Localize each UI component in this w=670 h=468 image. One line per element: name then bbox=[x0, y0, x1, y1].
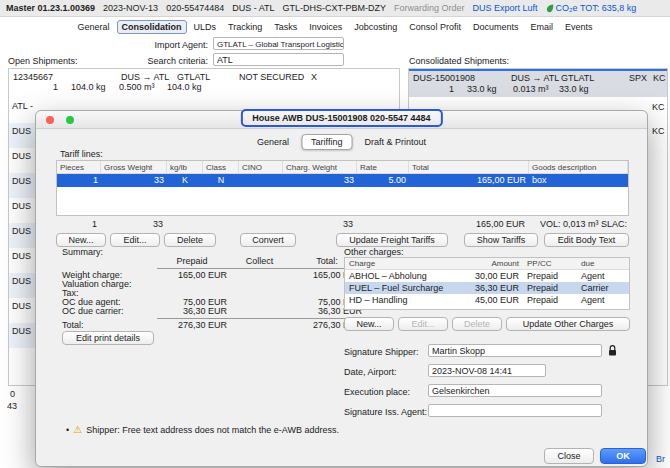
list-item[interactable]: DUS bbox=[9, 273, 35, 298]
consol-agent: GTLATL bbox=[561, 73, 594, 83]
charge-name: FUEL – Fuel Surcharge bbox=[345, 282, 463, 294]
charge-name: ABHOL – Abholung bbox=[345, 270, 463, 282]
charge-amount: 45,00 EUR bbox=[463, 294, 523, 306]
edit-print-details-button[interactable]: Edit print details bbox=[62, 331, 154, 345]
shipment-id: 12345667 bbox=[13, 72, 53, 82]
tab-documents[interactable]: Documents bbox=[468, 20, 524, 34]
shipment-volume: 0.500 m³ bbox=[119, 82, 155, 92]
list-item[interactable]: ATL - bbox=[9, 98, 35, 123]
shipment-route: DUS → ATL bbox=[121, 72, 169, 82]
master-awb-number: 020-55474484 bbox=[166, 3, 224, 13]
co2-total-label: CO₂e TOT: 635,8 kg bbox=[556, 3, 637, 13]
summary-total-row: Total: 276,30 EUR 276,30 EUR bbox=[62, 321, 362, 330]
dialog-tab-draft-printout[interactable]: Draft & Printout bbox=[354, 134, 436, 150]
summary-row: OC due carrier: 36,30 EUR 36,30 EUR bbox=[62, 307, 362, 316]
dialog-tab-general[interactable]: General bbox=[247, 134, 299, 150]
tab-consolidation[interactable]: Consolidation bbox=[117, 20, 187, 34]
master-titlebar: Master 01.23.1.00369 2023-NOV-13 020-554… bbox=[0, 0, 670, 17]
tab-email[interactable]: Email bbox=[525, 20, 558, 34]
warning-text: Shipper: Free text address does not matc… bbox=[86, 425, 339, 435]
list-item[interactable]: DUS bbox=[9, 248, 35, 273]
tab-events[interactable]: Events bbox=[560, 20, 598, 34]
search-criteria-field[interactable]: ATL bbox=[213, 53, 344, 66]
search-criteria-label: Search criteria: bbox=[60, 56, 208, 66]
dialog-tab-tariffing[interactable]: Tariffing bbox=[301, 134, 352, 150]
list-item-label: DUS bbox=[12, 226, 31, 236]
totals-pieces: 1 bbox=[56, 219, 100, 230]
tab-tracking[interactable]: Tracking bbox=[223, 20, 267, 34]
shipment-security-status: NOT SECURED bbox=[239, 72, 304, 82]
tariff-row[interactable]: 1 33 K N 33 5.00 165,00 EUR box bbox=[57, 174, 628, 187]
consolidated-shipment-row[interactable]: DUS-15001908 DUS → ATL GTLATL SPX KC 1 3… bbox=[409, 71, 667, 97]
close-button[interactable]: Close bbox=[544, 448, 594, 464]
update-freight-tariffs-button[interactable]: Update Freight Tariffs bbox=[336, 233, 448, 247]
signature-shipper-field[interactable]: Martin Skopp bbox=[428, 344, 602, 357]
list-item[interactable]: DUS bbox=[9, 298, 35, 323]
house-awb-dialog: House AWB DUS-15001908 020-5547 4484 Gen… bbox=[35, 110, 648, 467]
column-header: Pieces bbox=[57, 161, 101, 173]
close-window-button[interactable] bbox=[46, 116, 54, 124]
tariff-table-header: Pieces Gross Weight kg/lb Class CINO Cha… bbox=[57, 161, 628, 174]
shipment-pieces: 1 bbox=[53, 82, 58, 92]
forwarding-order-link[interactable]: DUS Export Luft bbox=[473, 3, 538, 13]
tariff-table: Pieces Gross Weight kg/lb Class CINO Cha… bbox=[56, 160, 629, 216]
list-item[interactable]: DUS bbox=[9, 148, 35, 173]
other-charge-row[interactable]: HD – Handling 45,00 EUR Prepaid Agent bbox=[345, 294, 629, 306]
column-header: Goods description bbox=[529, 161, 628, 173]
tab-tasks[interactable]: Tasks bbox=[269, 20, 302, 34]
lock-icon[interactable] bbox=[608, 345, 617, 356]
tab-jobcosting[interactable]: Jobcosting bbox=[349, 20, 402, 34]
summary-prepaid: 165,00 EUR bbox=[157, 271, 227, 280]
list-item[interactable]: DUS bbox=[9, 198, 35, 223]
master-date: 2023-NOV-13 bbox=[103, 3, 158, 13]
tab-consol-profit[interactable]: Consol Profit bbox=[404, 20, 466, 34]
spacer bbox=[356, 219, 408, 230]
tab-ulds[interactable]: ULDs bbox=[189, 20, 222, 34]
update-other-charges-button[interactable]: Update Other Charges bbox=[506, 317, 630, 331]
list-count-top: 0 bbox=[10, 389, 15, 399]
tariff-delete-button[interactable]: Delete bbox=[164, 233, 216, 247]
consol-volume: 0.013 m³ bbox=[513, 84, 549, 94]
list-item[interactable]: DUS bbox=[9, 223, 35, 248]
list-item[interactable]: KC bbox=[652, 102, 665, 112]
other-charges-new-button[interactable]: New... bbox=[344, 317, 394, 331]
ok-button[interactable]: OK bbox=[600, 448, 646, 464]
list-item[interactable]: KC bbox=[652, 126, 665, 136]
list-item-label: DUS bbox=[12, 151, 31, 161]
other-charge-row[interactable]: ABHOL – Abholung 30,00 EUR Prepaid Agent bbox=[345, 270, 629, 282]
tariff-edit-button[interactable]: Edit... bbox=[110, 233, 160, 247]
list-item-label: DUS bbox=[12, 276, 31, 286]
bottom-right-link[interactable]: Br bbox=[656, 454, 665, 464]
other-charges-edit-button[interactable]: Edit... bbox=[398, 317, 448, 331]
list-item-label: DUS bbox=[12, 126, 31, 136]
list-item[interactable]: DUS bbox=[9, 323, 35, 348]
signature-iss-agent-label: Signature Iss. Agent: bbox=[344, 407, 427, 417]
tab-invoices[interactable]: Invoices bbox=[304, 20, 347, 34]
master-route: DUS - ATL bbox=[232, 3, 274, 13]
dialog-tabbar: General Tariffing Draft & Printout bbox=[247, 134, 436, 150]
zoom-window-button[interactable] bbox=[66, 116, 74, 124]
convert-button[interactable]: Convert bbox=[240, 233, 296, 247]
import-agent-field[interactable]: GTLATL – Global Transport Logistic bbox=[213, 37, 344, 50]
list-item-label: DUS bbox=[12, 201, 31, 211]
list-item[interactable]: DUS bbox=[9, 123, 35, 148]
signature-iss-agent-field[interactable] bbox=[428, 404, 602, 417]
edit-body-text-button[interactable]: Edit Body Text bbox=[544, 233, 629, 247]
summary-prepaid: 36,30 EUR bbox=[157, 307, 227, 316]
list-count-bottom: 43 bbox=[7, 401, 17, 411]
column-header: Class bbox=[203, 161, 239, 173]
date-airport-field[interactable]: 2023-NOV-08 14:41 bbox=[428, 364, 546, 377]
tab-general[interactable]: General bbox=[73, 20, 115, 34]
column-header: Charg. Weight bbox=[283, 161, 357, 173]
tariff-pieces: 1 bbox=[57, 174, 101, 187]
execution-place-label: Execution place: bbox=[344, 387, 410, 397]
bullet-icon: • bbox=[66, 425, 69, 435]
tariff-new-button[interactable]: New... bbox=[56, 233, 106, 247]
other-charges-delete-button[interactable]: Delete bbox=[452, 317, 502, 331]
show-tariffs-button[interactable]: Show Tariffs bbox=[464, 233, 538, 247]
list-item-label: DUS bbox=[12, 176, 31, 186]
list-item[interactable]: DUS bbox=[9, 173, 35, 198]
other-charges-header: Charge Amount PP/CC due bbox=[345, 258, 629, 270]
other-charge-row[interactable]: FUEL – Fuel Surcharge 36,30 EUR Prepaid … bbox=[345, 282, 629, 294]
execution-place-field[interactable]: Gelsenkirchen bbox=[428, 384, 602, 397]
